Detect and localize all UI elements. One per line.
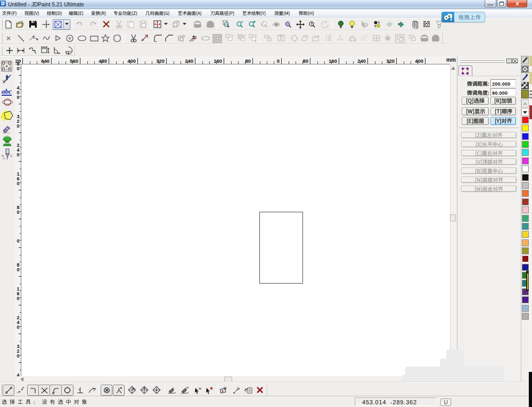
svg-text:N: N bbox=[2, 154, 4, 157]
svg-text:C: C bbox=[10, 154, 13, 157]
